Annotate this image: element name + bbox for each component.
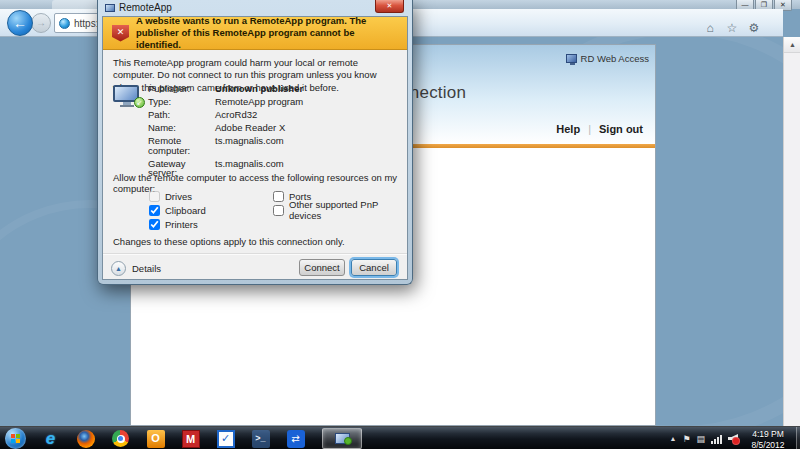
home-icon[interactable]: ⌂ [703, 21, 717, 35]
taskbar-outlook[interactable]: O [138, 427, 173, 449]
checkbox-label: Clipboard [165, 205, 206, 216]
taskbar-internet-explorer[interactable]: e [33, 427, 68, 449]
taskbar-m-app[interactable]: M [173, 427, 208, 449]
field-value: ts.magnalis.com [215, 136, 303, 155]
field-value: RemoteApp program [215, 97, 303, 107]
help-link[interactable]: Help [556, 123, 580, 135]
connect-button[interactable]: Connect [299, 259, 345, 276]
outlook-icon: O [147, 430, 165, 448]
teamviewer-icon: ⇄ [287, 430, 305, 448]
field-value: Unknown publisher [215, 84, 303, 94]
cancel-button[interactable]: Cancel [351, 259, 397, 276]
taskbar-firefox[interactable] [68, 427, 103, 449]
firefox-icon [77, 430, 95, 448]
options-note: Changes to these options apply to this c… [113, 236, 345, 247]
windows-flag-icon [11, 434, 20, 443]
taskbar-checklist-app[interactable]: ✓ [208, 427, 243, 449]
sign-out-link[interactable]: Sign out [599, 123, 643, 135]
brand-row: RD Web Access [566, 53, 649, 64]
taskbar-powershell[interactable]: >_ [243, 427, 278, 449]
footer-divider [103, 253, 407, 255]
rdweb-monitor-icon [566, 54, 577, 63]
taskbar: e O M ✓ >_ ⇄ ▲ ⚑ ▤ 4:19 PM 8/5/2012 [0, 426, 800, 449]
action-center-flag-icon[interactable]: ⚑ [682, 434, 690, 444]
clipboard-checkbox[interactable] [149, 205, 160, 216]
field-label: Type: [148, 97, 215, 107]
resource-options-col2: Ports Other supported PnP devices [273, 189, 407, 217]
checkbox-label: Printers [165, 219, 198, 230]
page-nav: Help | Sign out [556, 123, 643, 135]
warning-text: A website wants to run a RemoteApp progr… [136, 15, 398, 51]
powershell-icon: >_ [252, 430, 270, 448]
favorites-star-icon[interactable]: ☆ [725, 21, 739, 35]
taskbar-chrome[interactable] [103, 427, 138, 449]
security-shield-icon: ✕ [112, 25, 129, 42]
dialog-close-button[interactable]: ✕ [375, 0, 404, 13]
clock-time: 4:19 PM [742, 429, 794, 440]
system-tray: ▲ ⚑ ▤ [669, 427, 738, 449]
hidden-icons-arrow[interactable]: ▲ [669, 435, 676, 442]
remoteapp-program-icon [113, 85, 141, 109]
site-favicon [59, 18, 70, 29]
checkmark-app-icon: ✓ [217, 430, 235, 448]
show-desktop-button[interactable] [796, 427, 800, 449]
remoteapp-window-icon [105, 4, 115, 12]
forward-button[interactable]: → [31, 13, 51, 33]
remote-arrow-badge [134, 97, 145, 108]
field-value: AcroRd32 [215, 110, 303, 120]
program-details: Publisher: Unknown publisher Type: Remot… [148, 84, 303, 178]
page-scrollbar[interactable]: ▲ [783, 37, 800, 426]
scroll-up-arrow[interactable]: ▲ [784, 37, 800, 53]
internet-explorer-icon: e [46, 430, 55, 448]
printers-checkbox[interactable] [149, 219, 160, 230]
drives-checkbox-row[interactable]: Drives [149, 189, 206, 203]
warning-banner: ✕ A website wants to run a RemoteApp pro… [103, 17, 407, 50]
resource-options-col1: Drives Clipboard Printers [149, 189, 206, 231]
remoteapp-taskbar-icon [335, 433, 350, 444]
field-value: Adobe Reader X [215, 123, 303, 133]
start-button[interactable] [5, 428, 26, 449]
dialog-body: ✕ A website wants to run a RemoteApp pro… [102, 16, 408, 280]
back-button[interactable]: ← [7, 10, 33, 36]
pnp-checkbox-row[interactable]: Other supported PnP devices [273, 203, 407, 217]
taskbar-teamviewer[interactable]: ⇄ [278, 427, 313, 449]
pinned-apps: e O M ✓ >_ ⇄ [33, 427, 313, 449]
drives-checkbox[interactable] [149, 191, 160, 202]
field-label: Publisher: [148, 84, 215, 94]
ports-checkbox[interactable] [273, 191, 284, 202]
taskbar-clock[interactable]: 4:19 PM 8/5/2012 [742, 429, 794, 449]
volume-muted-icon[interactable] [728, 434, 738, 443]
remoteapp-dialog: RemoteApp ✕ ✕ A website wants to run a R… [97, 0, 413, 285]
field-label: Name: [148, 123, 215, 133]
field-label: Path: [148, 110, 215, 120]
pnp-devices-checkbox[interactable] [273, 205, 284, 216]
dialog-title: RemoteApp [119, 2, 172, 13]
network-icon[interactable] [711, 434, 722, 444]
checkbox-label: Other supported PnP devices [289, 199, 407, 221]
clock-date: 8/5/2012 [742, 440, 794, 449]
clipboard-checkbox-row[interactable]: Clipboard [149, 203, 206, 217]
screen: — ❐ ✕ ⌂ ☆ ⚙ ← → https://ts.mag ▲ RD Web … [0, 0, 800, 449]
taskbar-remoteapp-active[interactable] [322, 428, 362, 449]
field-label: Remote computer: [148, 136, 215, 155]
checkbox-label: Drives [165, 191, 192, 202]
details-label: Details [132, 263, 161, 274]
nav-divider: | [588, 123, 591, 135]
notes-tray-icon[interactable]: ▤ [696, 434, 705, 444]
dialog-titlebar[interactable]: RemoteApp [98, 0, 412, 15]
details-collapse-icon[interactable]: ▲ [111, 261, 126, 276]
tools-gear-icon[interactable]: ⚙ [747, 21, 761, 35]
brand-label: RD Web Access [581, 53, 649, 64]
printers-checkbox-row[interactable]: Printers [149, 217, 206, 231]
chrome-icon [112, 430, 129, 447]
m-app-icon: M [182, 430, 200, 448]
details-toggle[interactable]: ▲ Details [111, 261, 161, 276]
